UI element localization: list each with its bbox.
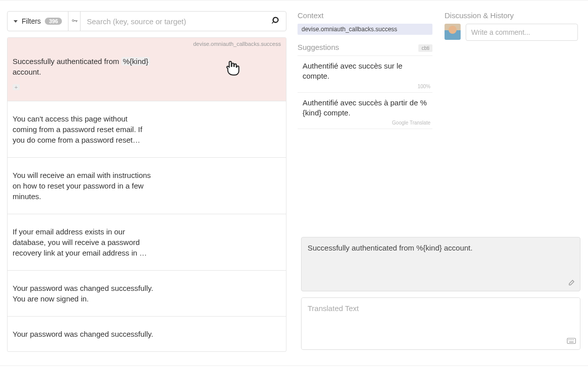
edit-source-icon[interactable] <box>568 278 576 288</box>
suggestion-text: Authentifié avec succès à partir de % {k… <box>298 98 432 118</box>
filters-button[interactable]: Filters 396 <box>8 12 68 31</box>
suggestions-list: cbti Authentifié avec succès sur le comp… <box>298 55 432 129</box>
string-row[interactable]: Your password was changed successfully. … <box>8 271 286 317</box>
cursor-hand-icon <box>224 60 241 79</box>
svg-rect-3 <box>571 339 572 340</box>
key-toggle-button[interactable] <box>68 12 81 31</box>
string-row[interactable]: You will receive an email with instructi… <box>8 158 286 214</box>
discussion-title: Discussion & History <box>445 11 578 20</box>
svg-rect-0 <box>567 338 576 344</box>
suggestion-item[interactable]: Authentifié avec succès sur le compte. 1… <box>298 55 432 93</box>
svg-rect-2 <box>570 339 571 340</box>
filters-label: Filters <box>22 17 41 25</box>
strings-panel: Filters 396 devise.omniauth_callbacks.su… <box>0 3 295 365</box>
row-text-post: account. <box>13 68 41 76</box>
comment-composer <box>445 24 578 41</box>
suggestions-title: Suggestions <box>298 43 432 51</box>
keyboard-icon[interactable] <box>567 338 576 346</box>
search-wrapper <box>81 12 286 31</box>
translation-input[interactable] <box>302 298 580 349</box>
suggestions-source-badge: cbti <box>418 44 432 52</box>
avatar <box>445 24 461 40</box>
suggestion-text: Authentifié avec succès sur le compte. <box>298 61 432 82</box>
add-tag-button[interactable]: + <box>13 84 20 90</box>
row-variable: %{kind} <box>121 57 150 66</box>
target-text-box <box>301 297 580 350</box>
string-row[interactable]: Your password was changed successfully. <box>8 317 286 351</box>
search-icon[interactable] <box>272 16 281 27</box>
chevron-down-icon <box>14 20 18 23</box>
source-text-box: Successfully authenticated from %{kind} … <box>301 237 580 291</box>
row-text: Your password was changed successfully. <box>13 329 154 339</box>
suggestion-item[interactable]: Authentifié avec succès à partir de % {k… <box>298 93 432 130</box>
translation-boxes: Successfully authenticated from %{kind} … <box>301 237 580 350</box>
row-text: Your password was changed successfully. … <box>13 283 154 304</box>
search-input[interactable] <box>86 17 272 26</box>
filter-count-badge: 396 <box>45 18 62 25</box>
context-key: devise.omniauth_callbacks.success <box>298 24 432 35</box>
comment-input[interactable] <box>466 24 578 41</box>
row-text-pre: Successfully authenticated from <box>13 57 121 66</box>
svg-rect-5 <box>569 342 574 343</box>
string-row[interactable]: If your email address exists in our data… <box>8 214 286 271</box>
row-text: You can't access this page without comin… <box>13 113 154 145</box>
context-title: Context <box>298 11 432 20</box>
row-keypath: devise.omniauth_callbacks.success <box>193 41 281 47</box>
strings-list: devise.omniauth_callbacks.success Succes… <box>7 37 286 352</box>
svg-rect-1 <box>568 339 569 340</box>
svg-rect-4 <box>573 339 574 340</box>
source-text: Successfully authenticated from %{kind} … <box>308 243 473 252</box>
row-text: You will receive an email with instructi… <box>13 170 154 202</box>
row-text: Successfully authenticated from %{kind} … <box>13 56 154 77</box>
toolbar: Filters 396 <box>7 11 286 31</box>
suggestion-meta: Google Translate <box>298 118 432 126</box>
string-row-selected[interactable]: devise.omniauth_callbacks.success Succes… <box>8 38 286 101</box>
suggestion-meta: 100% <box>298 82 432 89</box>
key-icon <box>71 18 78 25</box>
string-row[interactable]: You can't access this page without comin… <box>8 101 286 158</box>
row-text: If your email address exists in our data… <box>13 226 154 258</box>
